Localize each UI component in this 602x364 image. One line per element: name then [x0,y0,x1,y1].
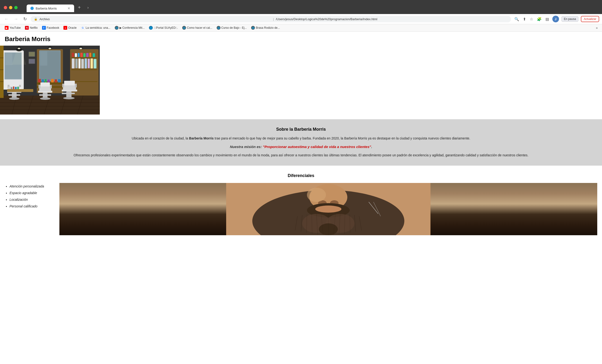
mission-quote: "Proporcionar autoestima y calidad de vi… [263,145,371,149]
hero-image-container [0,46,602,119]
svg-rect-83 [75,84,77,87]
svg-rect-51 [78,53,80,57]
profile-button[interactable]: J [552,16,559,22]
list-item: Personal calificado [10,203,52,210]
svg-rect-67 [10,82,19,86]
svg-point-71 [9,97,20,100]
page-content: Barberia Morris [0,32,602,240]
bookmark-suayed[interactable]: 🌐 :::Portal SUAyED::. [147,25,180,30]
diferenciales-title: Diferenciales [5,173,597,178]
netflix-icon: N [25,26,29,30]
svg-rect-40 [45,79,47,82]
svg-rect-53 [83,53,86,57]
minimize-window-button[interactable] [9,6,12,9]
mission-pre: Nuestra misión es: [230,145,263,149]
lock-icon: 🔒 [34,17,38,21]
bookmark-oracle[interactable]: a Oracle [62,25,78,30]
svg-rect-64 [94,59,97,68]
reload-button[interactable]: ↻ [22,15,28,22]
google-icon: G [81,26,85,30]
bookmark-semiotica[interactable]: G La semiótica: una... [79,25,112,30]
svg-rect-35 [40,51,47,65]
bookmark-bajo[interactable]: 🌐 Curso de Bajo - Ej... [215,25,249,30]
bookmark-brasa[interactable]: 🌐 Brasa Rodizio de... [249,25,282,30]
bookmark-calc-label: Como hacer el cal... [187,26,212,30]
svg-rect-87 [39,94,51,96]
omnibar-actions: 🔍 ⬆ ☆ 🧩 ▤ [513,16,550,22]
svg-rect-38 [38,79,41,82]
about-section: Sobre la Barbería Morris Ubicada en el c… [0,119,602,166]
forward-button[interactable]: → [12,16,20,22]
svg-rect-42 [51,79,54,82]
tab-close-button[interactable]: ✕ [67,6,70,10]
bookmark-calc[interactable]: 🌐 Como hacer el cal... [180,25,214,30]
calc-icon: 🌐 [182,26,186,30]
new-tab-button[interactable]: + [75,3,84,12]
svg-rect-16 [0,46,4,98]
close-window-button[interactable] [4,6,7,9]
maximize-window-button[interactable] [14,6,18,9]
about-paragraph1: Ubicada en el corazón de la ciudad, la B… [10,136,592,141]
about-post: trae para el mercado lo que hay de mejor… [214,136,470,140]
tab-favicon: 🌐 [30,7,34,10]
diferencial-list: Atención personalizada Espacio agradable… [5,183,52,210]
svg-rect-52 [80,53,83,57]
svg-rect-96 [13,86,14,89]
bookmark-bajo-label: Curso de Bajo - Ej... [221,26,247,30]
svg-rect-90 [29,52,35,56]
bookmark-conferencia[interactable]: 🌐 ▶ Conferencia Mit... [113,25,147,30]
diferenciales-content: Atención personalizada Espacio agradable… [5,183,597,235]
active-tab[interactable]: 🌐 Barberia Morris ✕ [27,4,74,12]
traffic-lights: 🌐 Barberia Morris ✕ + › [0,0,602,14]
svg-rect-18 [0,69,4,70]
svg-rect-57 [72,58,75,68]
svg-rect-99 [20,87,22,89]
share-icon[interactable]: ⬆ [522,16,527,22]
hero-image [0,46,100,115]
update-label: Actualizar [584,17,596,21]
extensions-icon[interactable]: 🧩 [536,16,543,22]
svg-rect-88 [62,93,75,94]
svg-point-22 [18,48,21,49]
bookmark-netflix[interactable]: N Netflix [23,25,39,30]
svg-rect-44 [58,79,61,82]
bookmarks-bar: ▶ YouTube N Netflix f Facebook a Oracle … [0,24,602,32]
svg-rect-94 [8,87,10,89]
bookmark-facebook[interactable]: f Facebook [40,25,61,30]
bookmark-conferencia-label: ▶ Conferencia Mit... [119,26,145,30]
svg-point-107 [315,205,341,213]
svg-rect-46 [71,57,97,58]
mission-text: Nuestra misión es: "Proporcionar autoest… [10,145,592,149]
update-button[interactable]: Actualizar [581,16,599,22]
conferencia-icon: 🌐 [115,26,118,30]
search-icon[interactable]: 🔍 [513,16,520,22]
sidebar-icon[interactable]: ▤ [545,16,550,22]
svg-rect-41 [47,80,50,82]
svg-rect-80 [63,85,76,90]
svg-point-78 [40,97,50,100]
address-bar[interactable]: 🔒 Archivo | /Users/jesus/Desktop/Logica%… [31,16,511,22]
svg-rect-48 [71,81,97,82]
svg-rect-19 [0,81,4,82]
bookmark-youtube-label: YouTube [10,26,21,30]
tabs-chevron[interactable]: › [86,4,90,11]
pause-button[interactable]: En pausa [561,16,579,22]
svg-rect-54 [86,53,89,57]
bajo-icon: 🌐 [217,26,220,30]
facebook-icon: f [42,26,46,30]
svg-rect-73 [39,86,51,91]
bookmarks-more-button[interactable]: » [594,25,599,30]
svg-rect-63 [90,58,93,68]
list-item: Espacio agradable [10,190,52,196]
back-button[interactable]: ← [3,16,10,22]
svg-point-28 [79,48,82,49]
bookmark-icon[interactable]: ☆ [529,16,534,22]
bookmark-facebook-label: Facebook [47,26,59,30]
suayed-icon: 🌐 [149,26,153,30]
tab-title: Barberia Morris [36,7,57,10]
svg-rect-95 [11,87,12,89]
bookmark-semiotica-label: La semiótica: una... [86,26,110,30]
bookmark-youtube[interactable]: ▶ YouTube [3,25,22,30]
svg-rect-43 [55,79,57,82]
svg-rect-62 [88,59,90,68]
